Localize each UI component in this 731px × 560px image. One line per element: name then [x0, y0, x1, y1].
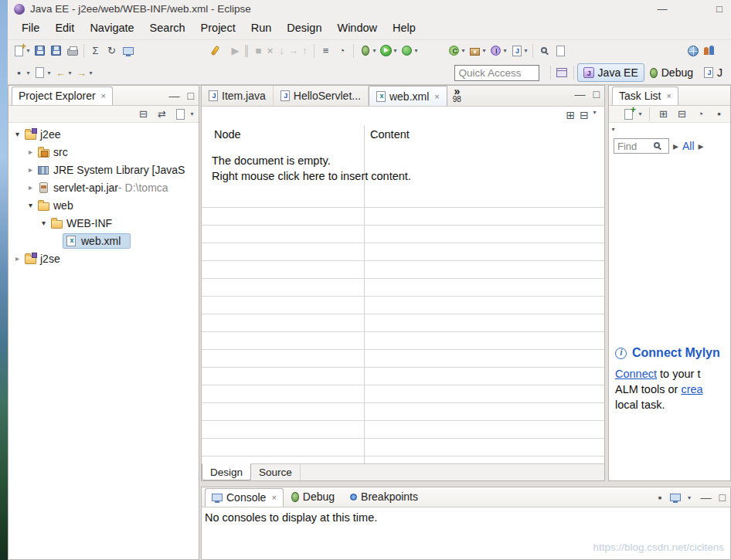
disconnect-button[interactable] — [264, 43, 276, 59]
prev-filter-icon[interactable] — [673, 140, 678, 152]
new-task-button[interactable] — [620, 107, 637, 122]
open-console-dropdown-icon[interactable] — [686, 494, 693, 501]
editor-tab-helloservlet[interactable]: HelloServlet... — [274, 86, 369, 106]
menu-search[interactable]: Search — [142, 19, 193, 37]
tree-item-j2se[interactable]: j2se — [8, 249, 199, 267]
run-button[interactable] — [378, 43, 394, 59]
tree-item-j2ee[interactable]: j2ee — [8, 125, 199, 143]
debug-tab[interactable]: Debug — [284, 488, 342, 507]
project-explorer-tab[interactable]: Project Explorer — [12, 87, 113, 105]
new-task-dropdown-icon[interactable] — [637, 110, 644, 117]
hide-completed-icon[interactable] — [711, 107, 727, 122]
selected-tree-item[interactable]: web.xml — [63, 233, 131, 249]
perspective-java[interactable]: J — [699, 64, 728, 81]
run-history-icon[interactable] — [318, 43, 334, 59]
tab-source[interactable]: Source — [251, 464, 301, 480]
new-servlet-dropdown-icon[interactable] — [522, 47, 529, 54]
tree-item-servlet-api[interactable]: servlet-api.jar - D:\tomca — [8, 178, 199, 196]
expand-all-icon[interactable] — [566, 109, 576, 121]
profile-button[interactable] — [334, 43, 350, 59]
terminal-icon[interactable] — [120, 43, 136, 59]
new-file-button[interactable] — [552, 43, 569, 59]
editor-tab-web-xml[interactable]: web.xml — [369, 86, 447, 106]
expander-icon[interactable] — [12, 254, 23, 263]
expander-icon[interactable] — [38, 219, 49, 227]
next-filter-icon[interactable] — [699, 140, 704, 152]
tree-item-web-inf[interactable]: WEB-INF — [8, 214, 199, 232]
tab-design[interactable]: Design — [202, 463, 251, 480]
maximize-button[interactable] — [712, 3, 726, 15]
collaboration-button[interactable] — [701, 43, 717, 59]
close-icon[interactable] — [434, 92, 439, 101]
last-edit-dropdown-icon[interactable] — [46, 70, 53, 76]
tree-item-src[interactable]: src — [8, 143, 199, 161]
collapse-all-icon[interactable] — [135, 107, 151, 122]
editor-overflow-button[interactable]: » 98 — [447, 86, 467, 106]
step-over-button[interactable] — [287, 43, 299, 59]
expander-icon[interactable] — [25, 148, 36, 156]
minimize-button[interactable] — [655, 3, 669, 15]
pin-editor-dropdown-icon[interactable] — [25, 70, 32, 76]
menu-navigate[interactable]: Navigate — [82, 19, 141, 37]
minimize-editor-icon[interactable] — [575, 88, 586, 100]
expander-icon[interactable] — [12, 130, 23, 138]
pin-console-icon[interactable] — [658, 491, 662, 504]
maximize-view-icon[interactable] — [188, 90, 194, 102]
breakpoints-tab[interactable]: Breakpoints — [342, 488, 426, 507]
tree-item-web[interactable]: web — [8, 196, 199, 214]
new-interface-dropdown-icon[interactable] — [502, 47, 508, 54]
view-menu-icon[interactable] — [591, 109, 598, 121]
tree-item-web-xml[interactable]: web.xml — [8, 232, 199, 249]
search-button[interactable] — [207, 43, 223, 59]
back-dropdown-icon[interactable] — [66, 70, 73, 76]
run-dropdown-icon[interactable] — [392, 47, 399, 54]
close-icon[interactable] — [101, 91, 106, 100]
maximize-editor-icon[interactable] — [593, 88, 600, 100]
find-box[interactable] — [614, 138, 669, 154]
focus-on-workweek-icon[interactable] — [692, 107, 709, 122]
refresh-icon[interactable] — [104, 43, 120, 59]
menu-file[interactable]: File — [14, 19, 47, 37]
xml-design-editor[interactable]: Node Content The document is empty. Righ… — [202, 107, 604, 463]
menu-edit[interactable]: Edit — [47, 19, 82, 37]
collapse-all-icon[interactable] — [580, 109, 589, 121]
forward-dropdown-icon[interactable] — [87, 70, 94, 76]
categorized-view-icon[interactable] — [655, 107, 672, 122]
column-header-node[interactable]: Node — [214, 128, 366, 141]
title-bar[interactable]: Java EE - j2ee/web/WEB-INF/web.xml - Ecl… — [8, 0, 731, 16]
open-console-icon[interactable] — [670, 494, 681, 501]
minimize-view-icon[interactable] — [701, 491, 712, 504]
link-with-editor-icon[interactable] — [154, 107, 170, 122]
menu-help[interactable]: Help — [385, 19, 423, 37]
save-all-button[interactable] — [48, 43, 64, 59]
find-input[interactable] — [617, 141, 653, 152]
new-package-dropdown-icon[interactable] — [481, 47, 488, 54]
menu-design[interactable]: Design — [279, 19, 329, 37]
column-header-content[interactable]: Content — [370, 128, 410, 141]
minimize-view-icon[interactable] — [169, 90, 180, 102]
new-wizard-button[interactable] — [11, 43, 27, 59]
coverage-dropdown-icon[interactable] — [413, 47, 420, 54]
close-icon[interactable] — [666, 91, 671, 100]
filter-all-link[interactable]: All — [682, 140, 695, 152]
close-icon[interactable] — [271, 493, 276, 502]
open-perspective-button[interactable] — [554, 65, 570, 80]
focus-icon[interactable] — [172, 107, 189, 122]
step-into-button[interactable] — [276, 43, 287, 59]
suspend-button[interactable] — [241, 43, 253, 59]
connect-link[interactable]: Connect — [615, 368, 657, 380]
scheduled-view-icon[interactable] — [674, 107, 690, 122]
menu-window[interactable]: Window — [329, 19, 385, 37]
create-link[interactable]: crea — [681, 383, 702, 395]
step-return-button[interactable] — [299, 43, 311, 59]
perspective-java-ee[interactable]: Java EE — [577, 63, 644, 82]
view-menu-icon[interactable] — [189, 110, 196, 117]
sash-bottom[interactable] — [201, 481, 731, 487]
console-tab[interactable]: Console — [205, 488, 284, 507]
expander-icon[interactable] — [25, 183, 36, 192]
debug-dropdown-icon[interactable] — [371, 47, 378, 54]
expander-icon[interactable] — [25, 201, 36, 209]
terminate-button[interactable] — [253, 43, 264, 59]
xml-tools-icon[interactable] — [87, 43, 104, 59]
menu-run[interactable]: Run — [243, 19, 280, 37]
